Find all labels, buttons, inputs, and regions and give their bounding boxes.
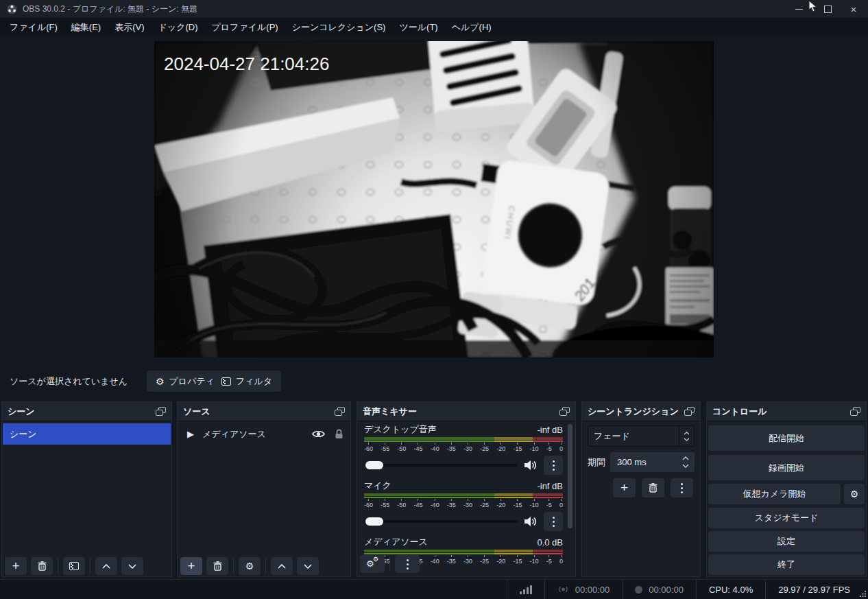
popout-icon[interactable] [335, 407, 345, 416]
scenes-dock: シーン シーン + [1, 401, 172, 577]
slider-handle[interactable] [365, 517, 383, 526]
mixer-scrollbar[interactable] [568, 424, 572, 528]
preview-timestamp: 2024-04-27 21:04:26 [164, 54, 329, 74]
studio-mode-button[interactable]: スタジオモード [708, 508, 865, 528]
add-scene-button[interactable]: + [5, 557, 27, 575]
meter-tick-label: -15 [513, 443, 522, 452]
meter-tick-label: -15 [513, 499, 522, 508]
meter-tick-label: -50 [397, 499, 406, 508]
volume-meter [364, 437, 563, 442]
sources-dock: ソース ▶ メディアソース [177, 401, 351, 577]
popout-icon[interactable] [156, 407, 166, 416]
menu-file[interactable]: ファイル(F) [3, 18, 64, 36]
minimize-button[interactable] [788, 0, 809, 18]
filter-icon [69, 562, 79, 570]
volume-meter [364, 493, 563, 498]
kebab-icon [407, 559, 409, 569]
transition-select[interactable]: フェード [588, 425, 695, 447]
mixer-channel-mic: マイク -inf dB -60-55-50-45-40-35-30-25-20-… [364, 479, 563, 531]
menu-docks[interactable]: ドック(D) [152, 18, 205, 36]
scene-filters-button[interactable] [63, 557, 85, 575]
volume-slider[interactable] [364, 464, 518, 467]
resize-grip[interactable] [859, 590, 867, 598]
menu-view[interactable]: 表示(V) [108, 18, 151, 36]
mixer-settings-button[interactable]: ⚙ ⚙ [360, 555, 385, 573]
chevron-down-icon [684, 438, 690, 441]
remove-source-button[interactable] [206, 557, 228, 575]
remove-scene-button[interactable] [31, 557, 53, 575]
record-timer: 00:00:00 [622, 580, 696, 599]
fps-indicator: 29.97 / 29.97 FPS [765, 580, 868, 599]
filters-button[interactable]: フィルタ [213, 371, 281, 392]
maximize-button[interactable] [817, 0, 838, 18]
exit-button[interactable]: 終了 [708, 554, 865, 575]
meter-tick-label: -50 [397, 443, 406, 452]
mixer-channel-desktop: デスクトップ音声 -inf dB -60-55-50-45-40-35-30-2… [364, 423, 563, 475]
menu-profile[interactable]: プロファイル(P) [204, 18, 285, 36]
filter-icon [221, 377, 231, 386]
settings-button[interactable]: 設定 [708, 531, 865, 552]
channel-menu-button[interactable] [544, 456, 563, 475]
menu-help[interactable]: ヘルプ(H) [445, 18, 498, 36]
meter-tick-label: -60 [364, 499, 373, 508]
remove-transition-button[interactable] [642, 478, 664, 497]
speaker-icon[interactable] [524, 516, 538, 527]
meter-tick-label: -10 [530, 443, 539, 452]
slider-handle[interactable] [365, 461, 383, 469]
trash-icon [213, 561, 222, 571]
start-streaming-button[interactable]: 配信開始 [708, 425, 865, 451]
duration-spinner[interactable]: 300 ms [610, 452, 695, 472]
move-source-down-button[interactable] [297, 557, 319, 575]
meter-tick-label: -35 [447, 499, 456, 508]
signal-bars-icon [520, 585, 532, 594]
popout-icon[interactable] [850, 407, 860, 416]
channel-name: メディアソース [364, 536, 428, 548]
trash-icon [649, 483, 658, 493]
title-bar[interactable]: OBS 30.0.2 - プロファイル: 無題 - シーン: 無題 × [0, 0, 868, 18]
add-transition-button[interactable]: + [613, 478, 636, 497]
spinner-up-icon[interactable] [682, 456, 689, 460]
spinner-down-icon[interactable] [682, 464, 689, 468]
popout-icon[interactable] [684, 407, 695, 416]
start-virtual-camera-button[interactable]: 仮想カメラ開始 [708, 484, 841, 504]
gear-icon: ⚙ [156, 377, 165, 386]
meter-tick-label: -5 [546, 443, 552, 452]
meter-tick-label: -40 [431, 443, 439, 452]
transitions-title: シーントランジション [588, 406, 679, 418]
menu-tools[interactable]: ツール(T) [392, 18, 444, 36]
duration-label: 期間 [588, 456, 605, 469]
camera-frame: CHUWI 201 [154, 41, 714, 357]
meter-tick-label: -35 [447, 443, 456, 452]
mixer-title: 音声ミキサー [363, 406, 417, 418]
speaker-icon[interactable] [524, 460, 538, 471]
popout-icon[interactable] [559, 407, 570, 416]
channel-level: 0.0 dB [537, 537, 563, 548]
move-scene-up-button[interactable] [95, 557, 117, 575]
volume-meter [364, 550, 563, 554]
source-properties-button[interactable]: ⚙ [239, 557, 261, 575]
meter-tick-label: -25 [480, 443, 489, 452]
volume-slider[interactable] [364, 520, 518, 523]
meter-tick-label: -45 [413, 499, 422, 508]
add-source-button[interactable]: + [180, 557, 202, 575]
transitions-dock: シーントランジション フェード 期間 300 ms [581, 401, 701, 577]
virtual-camera-settings-button[interactable]: ⚙ [844, 484, 865, 504]
transition-menu-button[interactable] [671, 478, 693, 497]
scene-list-item[interactable]: シーン [3, 423, 171, 445]
start-recording-button[interactable]: 録画開始 [708, 455, 865, 480]
kebab-icon [553, 517, 555, 527]
menu-edit[interactable]: 編集(E) [64, 18, 108, 36]
preview-canvas[interactable]: CHUWI 201 [154, 41, 714, 357]
channel-menu-button[interactable] [544, 512, 563, 531]
meter-scale: -60-55-50-45-40-35-30-25-20-15-10-50 [364, 498, 563, 510]
eye-icon[interactable] [312, 430, 325, 438]
move-scene-down-button[interactable] [121, 557, 143, 575]
lock-icon[interactable] [335, 429, 343, 439]
source-list-item[interactable]: ▶ メディアソース [178, 423, 350, 445]
move-source-up-button[interactable] [271, 557, 293, 575]
meter-tick-label: 0 [559, 443, 563, 452]
mixer-menu-button[interactable] [395, 555, 420, 573]
close-button[interactable]: × [843, 0, 864, 18]
menu-scene-collection[interactable]: シーンコレクション(S) [285, 18, 393, 36]
gear-icon: ⚙ [245, 561, 254, 571]
